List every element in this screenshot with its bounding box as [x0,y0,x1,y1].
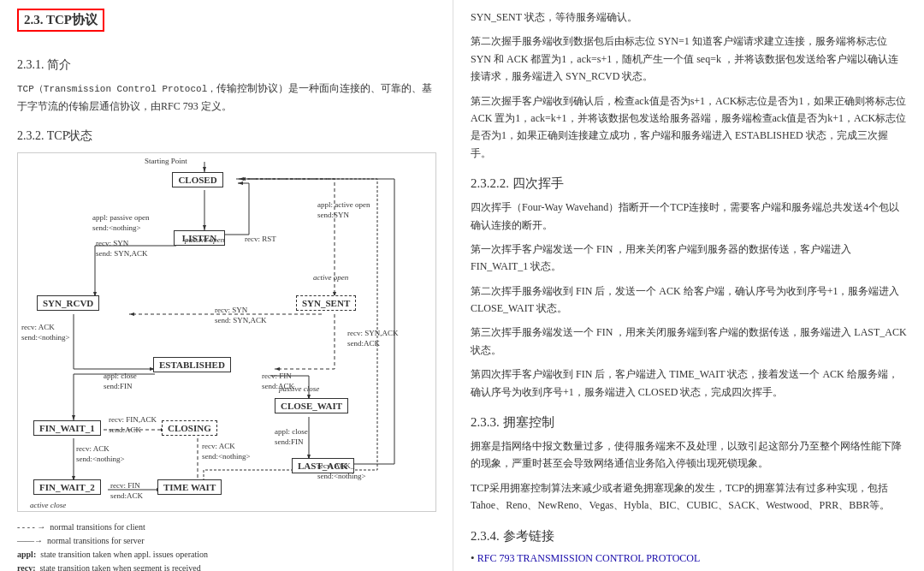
intro-para: TCP（Transmission Control Protocol，传输控制协议… [17,80,435,115]
state-syn-sent: SYN_SENT [296,295,356,311]
fourway-intro: 四次挥手（Four-Way Wavehand）指断开一个TCP连接时，需要客户端… [471,199,907,234]
ref-item-2[interactable]: RFC 2001 TCP Slow Start, Congestion Avoi… [471,568,907,571]
starting-point-label: Starting Point [145,157,187,167]
state-time-wait: TIME WAIT [157,479,222,495]
label-recv-fin-tw: recv: FINsend:ACK [110,481,143,501]
left-panel: 2.3. TCP协议 2.3.1. 简介 TCP（Transmission Co… [0,0,453,571]
label-recv-ack-nothing: recv: ACKsend:<nothing> [76,444,125,464]
tcp-state-diagram: Starting Point CLOSED LISTEN SYN_RCVD SY… [17,152,436,512]
state-closing: CLOSING [162,420,217,436]
intro-title: 2.3.1. 简介 [17,57,435,73]
fourway-2: 第二次挥手服务端收到 FIN 后，发送一个 ACK 给客户端，确认序号为收到序号… [471,283,907,318]
label-syn-synack: recv: SYNsend: SYN,ACK [215,306,267,325]
fourway-4: 第四次挥手客户端收到 FIN 后，客户端进入 TIME_WAIT 状态，接着发送… [471,366,907,401]
state-close-wait: CLOSE_WAIT [275,398,348,413]
label-active-close-italic: active close [30,501,66,509]
ref-list: RFC 793 TRANSMISSION CONTROL PROTOCOL RF… [471,551,907,571]
fourway-3: 第三次挥手服务端发送一个 FIN ，用来关闭服务端到客户端的数据传送，服务端进入… [471,324,907,359]
state-established: ESTABLISHED [153,357,231,372]
state-title: 2.3.2. TCP状态 [17,128,435,144]
label-appl-close-send-fin: appl: closesend:FIN [275,427,308,447]
label-passive-open-italic: passive open [185,235,224,244]
state-fin-wait-2: FIN_WAIT_2 [33,479,101,495]
diagram-legend: - - - - → normal transitions for client … [17,520,435,571]
congestion-para1: 拥塞是指网络中报文数量过多，使得服务端来不及处理，以致引起这部分乃至整个网络性能… [471,437,907,473]
label-recv-syn: recv: SYNsend: SYN,ACK [96,239,148,259]
third-handshake-para: 第三次握手客户端收到确认后，检查ack值是否为s+1，ACK标志位是否为1，如果… [471,92,907,163]
ref-title: 2.3.4. 参考链接 [471,528,907,544]
fourway-1: 第一次挥手客户端发送一个 FIN ，用来关闭客户端到服务器的数据传送，客户端进入… [471,241,907,276]
second-handshake-para: 第二次握手服务端收到数据包后由标志位 SYN=1 知道客户端请求建立连接，服务端… [471,33,907,85]
label-syn-ack-recv: recv: SYN,ACKsend:ACK [347,329,399,348]
fourway-title: 2.3.2.2. 四次挥手 [471,175,907,192]
right-panel: SYN_SENT 状态，等待服务端确认。 第二次握手服务端收到数据包后由标志位 … [453,0,924,571]
label-recv-ack-closing: recv: ACKsend:<nothing> [202,442,251,461]
state-syn-rcvd: SYN_RCVD [37,295,99,311]
label-passive-close-italic: passive close [279,384,319,393]
syn-sent-para: SYN_SENT 状态，等待服务端确认。 [471,9,907,26]
label-recv-ack-last: recv: ACK_send:<nothing> [317,461,366,481]
state-closed: CLOSED [172,172,223,187]
congestion-para2: TCP采用拥塞控制算法来减少或者避免拥塞现象的发生，TCP的拥塞算法有过多种实现… [471,479,907,514]
label-recv-rst: recv: RST [245,235,276,245]
label-active-open: appl: active opensend:SYN [317,200,370,220]
ref-item-1[interactable]: RFC 793 TRANSMISSION CONTROL PROTOCOL [471,551,907,565]
label-recv-ack: recv: ACKsend:<nothing> [21,323,70,342]
label-recv-fin-ack2: recv: FIN,ACKsend:ACK [109,415,157,435]
ref-link-1[interactable]: RFC 793 TRANSMISSION CONTROL PROTOCOL [477,552,701,564]
congestion-title: 2.3.3. 拥塞控制 [471,414,907,431]
main-title: 2.3. TCP协议 [17,9,104,32]
label-appl-close-fin: appl: closesend:FIN [104,372,137,391]
label-active-open-italic: active open [313,273,348,282]
state-fin-wait-1: FIN_WAIT_1 [33,420,101,436]
label-passive-open: appl: passive opensend:<nothing> [92,213,150,233]
